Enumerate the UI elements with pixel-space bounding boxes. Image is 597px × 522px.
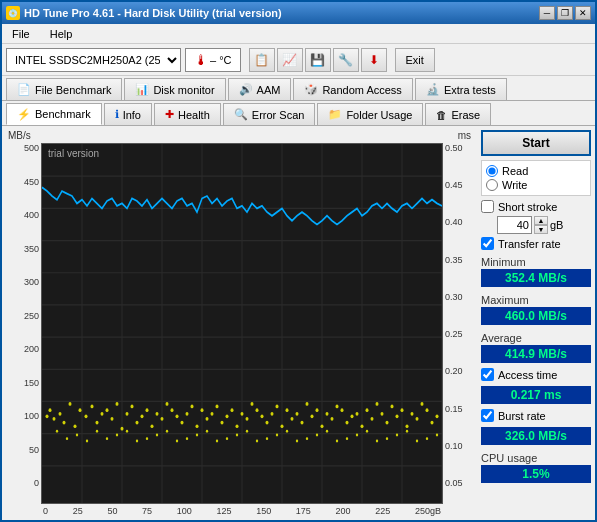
svg-point-37	[131, 405, 134, 409]
tab-health[interactable]: ✚ Health	[154, 103, 221, 125]
close-button[interactable]: ✕	[575, 6, 591, 20]
svg-point-111	[176, 440, 178, 443]
svg-point-64	[266, 421, 269, 425]
toolbar-btn-4[interactable]: 🔧	[333, 48, 359, 72]
burst-rate-checkbox[interactable]	[481, 409, 494, 422]
benchmark-label: Benchmark	[35, 108, 91, 120]
svg-point-81	[351, 414, 354, 418]
svg-point-99	[56, 430, 58, 433]
access-time-checkbox[interactable]	[481, 368, 494, 381]
toolbar-btn-1[interactable]: 📋	[249, 48, 275, 72]
short-stroke-item[interactable]: Short stroke	[481, 200, 591, 213]
svg-point-123	[296, 440, 298, 443]
access-time-item[interactable]: Access time	[481, 368, 591, 381]
minimize-button[interactable]: ─	[539, 6, 555, 20]
svg-point-77	[331, 417, 334, 421]
tab-disk-monitor[interactable]: 📊 Disk monitor	[124, 78, 225, 100]
read-write-group: Read Write	[481, 160, 591, 196]
main-window: 💿 HD Tune Pro 4.61 - Hard Disk Utility (…	[0, 0, 597, 522]
svg-point-54	[216, 405, 219, 409]
menubar: File Help	[2, 24, 595, 44]
write-radio-item[interactable]: Write	[486, 179, 586, 191]
svg-point-108	[146, 437, 148, 440]
svg-point-125	[316, 433, 318, 436]
svg-point-126	[326, 430, 328, 433]
svg-point-130	[366, 430, 368, 433]
maximum-label: Maximum	[481, 294, 591, 306]
cpu-usage-label: CPU usage	[481, 452, 591, 464]
svg-point-66	[276, 405, 279, 409]
short-stroke-checkbox[interactable]	[481, 200, 494, 213]
average-label: Average	[481, 332, 591, 344]
restore-button[interactable]: ❐	[557, 6, 573, 20]
svg-point-79	[341, 408, 344, 412]
svg-point-134	[406, 430, 408, 433]
trial-text: trial version	[48, 148, 99, 159]
menu-file[interactable]: File	[6, 26, 36, 42]
tab-benchmark[interactable]: ⚡ Benchmark	[6, 103, 102, 125]
tab-folder-usage[interactable]: 📁 Folder Usage	[317, 103, 423, 125]
svg-point-24	[63, 421, 66, 425]
toolbar-btn-5[interactable]: ⬇	[361, 48, 387, 72]
right-panel: Start Read Write Short stroke	[477, 126, 595, 520]
read-radio[interactable]	[486, 165, 498, 177]
x-axis: 0 25 50 75 100 125 150 175 200 225 250gB	[6, 506, 473, 516]
tab-info[interactable]: ℹ Info	[104, 103, 152, 125]
svg-point-100	[66, 437, 68, 440]
spinbox-up[interactable]: ▲	[534, 216, 548, 225]
toolbar-btn-3[interactable]: 💾	[305, 48, 331, 72]
svg-point-97	[431, 421, 434, 425]
tab-aam[interactable]: 🔊 AAM	[228, 78, 292, 100]
svg-point-56	[226, 414, 229, 418]
svg-point-22	[53, 417, 56, 421]
svg-point-32	[106, 408, 109, 412]
stat-average: Average 414.9 MB/s	[481, 330, 591, 364]
stat-minimum: Minimum 352.4 MB/s	[481, 254, 591, 288]
temp-value: – °C	[210, 54, 232, 66]
start-button[interactable]: Start	[481, 130, 591, 156]
random-access-icon: 🎲	[304, 83, 318, 96]
svg-point-70	[296, 412, 299, 416]
svg-point-117	[236, 433, 238, 436]
svg-point-34	[116, 402, 119, 406]
svg-point-105	[116, 433, 118, 436]
tab-random-access[interactable]: 🎲 Random Access	[293, 78, 412, 100]
svg-point-131	[376, 440, 378, 443]
svg-point-129	[356, 433, 358, 436]
svg-point-43	[161, 417, 164, 421]
spinbox-input[interactable]	[497, 216, 532, 234]
tab-extra-tests[interactable]: 🔬 Extra tests	[415, 78, 507, 100]
svg-point-127	[336, 440, 338, 443]
spinbox-down[interactable]: ▼	[534, 225, 548, 234]
burst-rate-value: 326.0 MB/s	[481, 427, 591, 445]
svg-point-52	[206, 417, 209, 421]
tab-file-benchmark[interactable]: 📄 File Benchmark	[6, 78, 122, 100]
svg-point-116	[226, 437, 228, 440]
write-radio[interactable]	[486, 179, 498, 191]
svg-point-39	[141, 414, 144, 418]
exit-button[interactable]: Exit	[395, 48, 435, 72]
svg-point-36	[126, 412, 129, 416]
tab-erase[interactable]: 🗑 Erase	[425, 103, 491, 125]
health-icon: ✚	[165, 108, 174, 121]
drive-select[interactable]: INTEL SSDSC2MH250A2 (250 gB)	[6, 48, 181, 72]
svg-point-44	[166, 402, 169, 406]
transfer-rate-checkbox[interactable]	[481, 237, 494, 250]
transfer-rate-item[interactable]: Transfer rate	[481, 237, 591, 250]
extra-tests-icon: 🔬	[426, 83, 440, 96]
svg-point-75	[321, 424, 324, 428]
erase-label: Erase	[451, 109, 480, 121]
svg-point-23	[59, 412, 62, 416]
svg-point-93	[411, 412, 414, 416]
svg-point-94	[416, 417, 419, 421]
burst-rate-item[interactable]: Burst rate	[481, 409, 591, 422]
error-scan-icon: 🔍	[234, 108, 248, 121]
toolbar-btn-2[interactable]: 📈	[277, 48, 303, 72]
titlebar-title-group: 💿 HD Tune Pro 4.61 - Hard Disk Utility (…	[6, 6, 282, 20]
menu-help[interactable]: Help	[44, 26, 79, 42]
read-radio-item[interactable]: Read	[486, 165, 586, 177]
tab-error-scan[interactable]: 🔍 Error Scan	[223, 103, 316, 125]
average-value: 414.9 MB/s	[481, 345, 591, 363]
svg-point-26	[74, 424, 77, 428]
svg-point-57	[231, 408, 234, 412]
